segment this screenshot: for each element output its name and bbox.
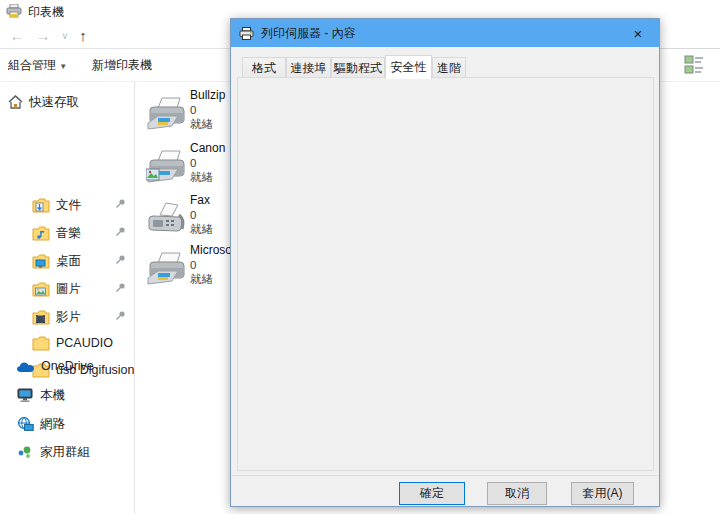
cancel-button[interactable]: 取消 (487, 482, 547, 505)
back-icon[interactable]: ← (6, 25, 28, 47)
add-printer-button[interactable]: 新增印表機 (92, 57, 152, 74)
music-folder-icon (32, 226, 50, 241)
printer-icon (146, 251, 188, 287)
security-tab-panel (237, 77, 654, 471)
apply-button[interactable]: 套用(A) (571, 482, 634, 505)
sidebar-item-music[interactable]: 音樂 (0, 221, 134, 245)
tab-drivers[interactable]: 驅動程式 (331, 57, 385, 78)
view-toggle-icon[interactable] (684, 55, 704, 77)
tab-advanced[interactable]: 進階 (432, 57, 466, 78)
forward-icon[interactable]: → (32, 25, 54, 47)
desktop-folder-icon (32, 254, 50, 269)
tab-security[interactable]: 安全性 (385, 55, 432, 79)
pin-icon (115, 310, 126, 321)
sidebar-item-this-pc[interactable]: 本機 (0, 383, 134, 407)
sidebar-item-onedrive[interactable]: OneDrive (0, 354, 134, 378)
sidebar-item-pictures[interactable]: 圖片 (0, 277, 134, 301)
sidebar-item-quick-access[interactable]: 快速存取 (0, 90, 134, 114)
pictures-folder-icon (32, 282, 50, 297)
sidebar: 快速存取 文件 音樂 桌面 圖片 影片 P (0, 82, 135, 514)
sidebar-item-desktop[interactable]: 桌面 (0, 249, 134, 273)
sidebar-item-pcaudio[interactable]: PCAUDIO (0, 331, 134, 355)
sidebar-item-videos[interactable]: 影片 (0, 305, 134, 329)
dialog-title: 列印伺服器 - 內容 (261, 25, 618, 42)
sidebar-item-documents[interactable]: 文件 (0, 193, 134, 217)
onedrive-cloud-icon (16, 360, 35, 373)
organize-caret-icon: ▼ (59, 62, 67, 71)
close-icon[interactable]: × (625, 25, 651, 42)
printer-icon (146, 96, 188, 132)
computer-icon (16, 388, 34, 403)
up-icon[interactable]: ↑ (72, 25, 94, 47)
window-printer-icon (6, 4, 22, 18)
dialog-printer-icon (239, 27, 254, 40)
tab-ports[interactable]: 連接埠 (286, 57, 331, 78)
printer-icon (146, 149, 188, 185)
footer-divider (231, 475, 659, 476)
tab-forms[interactable]: 格式 (242, 57, 286, 78)
sidebar-item-network[interactable]: 網路 (0, 412, 134, 436)
videos-folder-icon (32, 310, 50, 325)
documents-folder-icon (32, 198, 50, 213)
pin-icon (115, 198, 126, 209)
fax-icon (146, 201, 188, 237)
organize-button[interactable]: 組合管理 ▼ (8, 57, 67, 74)
sidebar-item-homegroup[interactable]: 家用群組 (0, 440, 134, 464)
pin-icon (115, 226, 126, 237)
pin-icon (115, 282, 126, 293)
homegroup-icon (16, 445, 34, 459)
home-icon (8, 95, 23, 109)
folder-icon (32, 336, 50, 351)
print-server-properties-dialog: 列印伺服器 - 內容 × 格式 連接埠 驅動程式 安全性 進階 群組或使用者名稱… (230, 18, 660, 507)
dialog-titlebar[interactable]: 列印伺服器 - 內容 × (231, 19, 659, 47)
ok-button[interactable]: 確定 (399, 482, 465, 505)
pin-icon (115, 254, 126, 265)
network-icon (16, 417, 34, 432)
window-title: 印表機 (28, 4, 64, 21)
